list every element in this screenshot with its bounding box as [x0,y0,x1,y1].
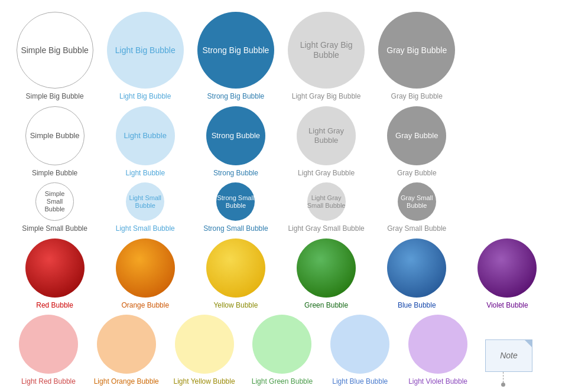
bubble-label-light-small: Light Small Bubble [116,224,175,234]
bubble-cell-blue: Blue Bubble [374,239,460,311]
bubble-label-strong: Strong Bubble [213,169,258,178]
bubble-cell-light-big: Light Big Bubble Light Big Bubble [102,12,188,102]
bubble-light[interactable]: Light Bubble [116,106,175,165]
bubble-violet[interactable] [477,239,537,298]
bubble-cell-light-gray: Light Gray Bubble Light Gray Bubble [284,106,369,178]
bubble-cell-light-gray-big: Light Gray Big Bubble Light Gray Big Bub… [284,12,369,102]
bubble-label-red: Red Bubble [36,301,73,311]
bubble-red[interactable] [25,239,85,298]
bubble-light-yellow[interactable] [175,315,234,374]
bubble-label-gray-small: Gray Small Bubble [387,224,446,234]
bubble-light-violet[interactable] [408,315,467,374]
bubble-label-light-yellow: Light Yellow Bubble [174,377,235,387]
bubble-label-light-big: Light Big Bubble [119,92,171,102]
bubble-light-green[interactable] [252,315,311,374]
bubble-gray-small[interactable]: Gray Small Bubble [398,182,436,221]
bubble-light-gray-big[interactable]: Light Gray Big Bubble [288,12,365,89]
bubble-cell-violet: Violet Bubble [464,239,550,311]
bubble-cell-light-blue: Light Blue Bubble [323,315,397,387]
bubble-label-simple-big: Simple Big Bubble [26,92,84,102]
bubble-label-light-gray-small: Light Gray Small Bubble [288,224,364,234]
bubble-strong-small[interactable]: Strong Small Bubble [216,182,255,221]
bubble-label-gray: Gray Bubble [397,169,437,178]
bubble-label-light-gray-big: Light Gray Big Bubble [292,92,361,102]
note-cell: Note [479,339,550,387]
bubble-label-strong-big: Strong Big Bubble [207,92,265,102]
bubble-light-small[interactable]: Light Small Bubble [126,182,164,221]
bubble-strong-big[interactable]: Strong Big Bubble [197,12,274,89]
bubble-label-light: Light Bubble [125,169,165,178]
bubble-cell-red: Red Bubble [12,239,98,311]
bubble-cell-gray: Gray Bubble Gray Bubble [374,106,460,178]
bubble-cell-simple-small: Simple Small Bubble Simple Small Bubble [12,182,98,234]
bubble-cell-orange: Orange Bubble [102,239,188,311]
bubble-label-simple-small: Simple Small Bubble [22,224,87,234]
bubble-cell-light: Light Bubble Light Bubble [102,106,188,178]
bubble-cell-green: Green Bubble [284,239,369,311]
bubble-cell-light-green: Light Green Bubble [246,315,319,387]
bubble-label-light-red: Light Red Bubble [21,377,76,387]
note-connector-line [503,372,503,383]
bubble-label-light-green: Light Green Bubble [252,377,313,387]
bubble-light-red[interactable] [19,315,78,374]
bubble-light-big[interactable]: Light Big Bubble [107,12,184,89]
bubble-light-gray[interactable]: Light Gray Bubble [297,106,356,165]
bubble-simple-big[interactable]: Simple Big Bubble [17,12,93,89]
bubble-cell-gray-small: Gray Small Bubble Gray Small Bubble [374,182,460,234]
bubble-gray[interactable]: Gray Bubble [387,106,446,165]
bubble-gray-big[interactable]: Gray Big Bubble [378,12,455,89]
bubble-cell-simple: Simple Bubble Simple Bubble [12,106,98,178]
bubble-cell-strong: Strong Bubble Strong Bubble [193,106,278,178]
bubble-cell-light-small: Light Small Bubble Light Small Bubble [102,182,188,234]
bubble-cell-gray-big: Gray Big Bubble Gray Big Bubble [374,12,460,102]
bubble-label-light-blue: Light Blue Bubble [332,377,388,387]
bubble-light-orange[interactable] [97,315,156,374]
bubble-cell-light-red: Light Red Bubble [12,315,85,387]
bubble-label-orange: Orange Bubble [121,301,169,311]
bubble-light-gray-small[interactable]: Light Gray Small Bubble [307,182,346,221]
bubble-cell-light-violet: Light Violet Bubble [401,315,475,387]
bubble-simple[interactable]: Simple Bubble [25,106,85,165]
bubble-cell-strong-big: Strong Big Bubble Strong Big Bubble [193,12,278,102]
bubble-cell-yellow: Yellow Bubble [193,239,278,311]
bubble-label-blue: Blue Bubble [398,301,436,311]
bubble-label-light-violet: Light Violet Bubble [408,377,467,387]
bubble-orange[interactable] [116,239,175,298]
bubble-cell-light-yellow: Light Yellow Bubble [168,315,241,387]
bubble-label-green: Green Bubble [304,301,348,311]
bubble-label-light-gray: Light Gray Bubble [298,169,355,178]
bubble-label-simple: Simple Bubble [32,169,77,178]
bubble-cell-light-gray-small: Light Gray Small Bubble Light Gray Small… [284,182,369,234]
bubble-label-gray-big: Gray Big Bubble [391,92,443,102]
note-connector-dot [501,383,505,387]
bubble-cell-strong-small: Strong Small Bubble Strong Small Bubble [193,182,278,234]
note-corner [525,340,532,347]
note-label: Note [500,351,518,360]
bubble-label-light-orange: Light Orange Bubble [94,377,159,387]
bubble-cell-simple-big: Simple Big Bubble Simple Big Bubble [12,12,98,102]
bubble-strong[interactable]: Strong Bubble [206,106,265,165]
bubble-yellow[interactable] [206,239,265,298]
bubble-light-blue[interactable] [330,315,389,374]
bubble-label-yellow: Yellow Bubble [213,301,258,311]
bubble-cell-light-orange: Light Orange Bubble [90,315,163,387]
bubble-blue[interactable] [387,239,446,298]
bubble-label-strong-small: Strong Small Bubble [203,224,268,234]
bubble-green[interactable] [297,239,356,298]
bubble-simple-small[interactable]: Simple Small Bubble [35,182,74,221]
bubble-label-violet: Violet Bubble [486,301,528,311]
note-box[interactable]: Note [485,339,532,372]
